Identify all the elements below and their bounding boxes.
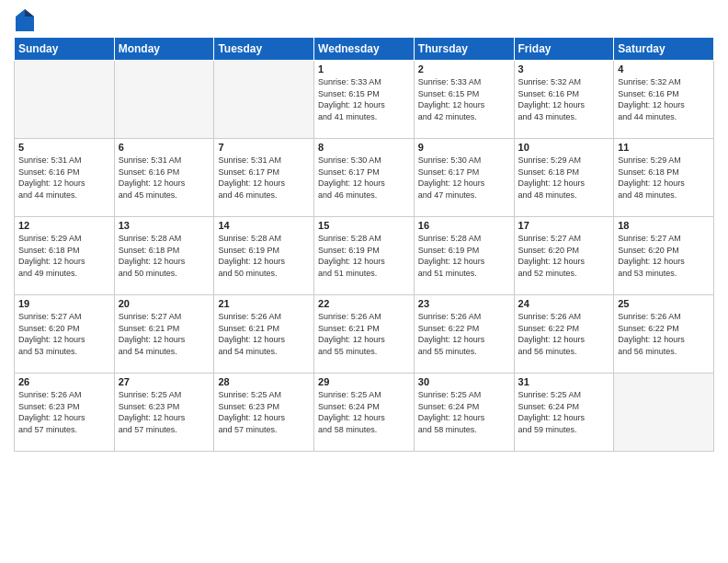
day-info: Sunrise: 5:28 AM Sunset: 6:19 PM Dayligh… [218,233,310,279]
day-info: Sunrise: 5:33 AM Sunset: 6:15 PM Dayligh… [318,76,410,122]
day-cell: 23Sunrise: 5:26 AM Sunset: 6:22 PM Dayli… [414,295,514,373]
week-row-3: 19Sunrise: 5:27 AM Sunset: 6:20 PM Dayli… [15,295,714,373]
day-number: 6 [119,142,210,153]
page: SundayMondayTuesdayWednesdayThursdayFrid… [0,0,728,563]
day-info: Sunrise: 5:27 AM Sunset: 6:20 PM Dayligh… [18,311,110,357]
day-cell: 14Sunrise: 5:28 AM Sunset: 6:19 PM Dayli… [214,217,314,295]
day-cell: 24Sunrise: 5:26 AM Sunset: 6:22 PM Dayli… [514,295,614,373]
day-info: Sunrise: 5:31 AM Sunset: 6:16 PM Dayligh… [119,155,210,201]
day-number: 22 [318,298,410,309]
day-cell: 20Sunrise: 5:27 AM Sunset: 6:21 PM Dayli… [114,295,214,373]
day-number: 5 [18,142,110,153]
day-cell: 15Sunrise: 5:28 AM Sunset: 6:19 PM Dayli… [314,217,415,295]
day-number: 8 [318,142,410,153]
day-cell: 10Sunrise: 5:29 AM Sunset: 6:18 PM Dayli… [514,139,614,217]
week-row-1: 5Sunrise: 5:31 AM Sunset: 6:16 PM Daylig… [15,139,714,217]
day-info: Sunrise: 5:30 AM Sunset: 6:17 PM Dayligh… [318,155,410,201]
day-cell [15,61,115,139]
day-info: Sunrise: 5:28 AM Sunset: 6:19 PM Dayligh… [318,233,410,279]
day-info: Sunrise: 5:25 AM Sunset: 6:23 PM Dayligh… [218,389,310,435]
day-number: 17 [518,220,610,231]
day-number: 21 [218,298,310,309]
day-number: 20 [119,298,210,309]
day-cell: 27Sunrise: 5:25 AM Sunset: 6:23 PM Dayli… [114,373,214,452]
week-row-2: 12Sunrise: 5:29 AM Sunset: 6:18 PM Dayli… [15,217,714,295]
day-cell: 28Sunrise: 5:25 AM Sunset: 6:23 PM Dayli… [214,373,314,452]
day-info: Sunrise: 5:30 AM Sunset: 6:17 PM Dayligh… [418,155,510,201]
weekday-header-saturday: Saturday [614,38,714,61]
day-info: Sunrise: 5:26 AM Sunset: 6:23 PM Dayligh… [18,389,110,435]
day-number: 13 [119,220,210,231]
day-cell: 30Sunrise: 5:25 AM Sunset: 6:24 PM Dayli… [414,373,514,452]
day-number: 19 [18,298,110,309]
day-cell [214,61,314,139]
day-info: Sunrise: 5:26 AM Sunset: 6:22 PM Dayligh… [518,311,610,357]
day-cell: 16Sunrise: 5:28 AM Sunset: 6:19 PM Dayli… [414,217,514,295]
day-cell: 19Sunrise: 5:27 AM Sunset: 6:20 PM Dayli… [15,295,115,373]
day-number: 11 [618,142,710,153]
header [14,9,714,31]
day-info: Sunrise: 5:29 AM Sunset: 6:18 PM Dayligh… [518,155,610,201]
day-info: Sunrise: 5:25 AM Sunset: 6:23 PM Dayligh… [119,389,210,435]
day-cell: 21Sunrise: 5:26 AM Sunset: 6:21 PM Dayli… [214,295,314,373]
day-cell: 13Sunrise: 5:28 AM Sunset: 6:18 PM Dayli… [114,217,214,295]
day-number: 26 [18,376,110,387]
weekday-header-thursday: Thursday [414,38,514,61]
day-number: 25 [618,298,710,309]
day-number: 30 [418,376,510,387]
day-info: Sunrise: 5:26 AM Sunset: 6:21 PM Dayligh… [318,311,410,357]
weekday-header-tuesday: Tuesday [214,38,314,61]
day-info: Sunrise: 5:31 AM Sunset: 6:16 PM Dayligh… [18,155,110,201]
weekday-header-monday: Monday [114,38,214,61]
calendar: SundayMondayTuesdayWednesdayThursdayFrid… [14,37,714,452]
day-cell [614,373,714,452]
day-number: 4 [618,63,710,75]
day-cell: 3Sunrise: 5:32 AM Sunset: 6:16 PM Daylig… [514,61,614,139]
day-info: Sunrise: 5:27 AM Sunset: 6:20 PM Dayligh… [518,233,610,279]
day-cell: 29Sunrise: 5:25 AM Sunset: 6:24 PM Dayli… [314,373,415,452]
weekday-header-friday: Friday [514,38,614,61]
day-info: Sunrise: 5:26 AM Sunset: 6:21 PM Dayligh… [218,311,310,357]
day-cell: 1Sunrise: 5:33 AM Sunset: 6:15 PM Daylig… [314,61,415,139]
weekday-header-wednesday: Wednesday [314,38,415,61]
day-info: Sunrise: 5:32 AM Sunset: 6:16 PM Dayligh… [518,76,610,122]
day-info: Sunrise: 5:29 AM Sunset: 6:18 PM Dayligh… [18,233,110,279]
day-number: 16 [418,220,510,231]
day-info: Sunrise: 5:28 AM Sunset: 6:18 PM Dayligh… [119,233,210,279]
day-info: Sunrise: 5:31 AM Sunset: 6:17 PM Dayligh… [218,155,310,201]
day-cell: 31Sunrise: 5:25 AM Sunset: 6:24 PM Dayli… [514,373,614,452]
logo-icon [16,9,34,31]
day-info: Sunrise: 5:26 AM Sunset: 6:22 PM Dayligh… [418,311,510,357]
day-number: 12 [18,220,110,231]
day-cell: 22Sunrise: 5:26 AM Sunset: 6:21 PM Dayli… [314,295,415,373]
weekday-header-sunday: Sunday [15,38,115,61]
week-row-4: 26Sunrise: 5:26 AM Sunset: 6:23 PM Dayli… [15,373,714,452]
day-info: Sunrise: 5:27 AM Sunset: 6:21 PM Dayligh… [119,311,210,357]
day-info: Sunrise: 5:33 AM Sunset: 6:15 PM Dayligh… [418,76,510,122]
day-info: Sunrise: 5:25 AM Sunset: 6:24 PM Dayligh… [418,389,510,435]
day-number: 2 [418,63,510,75]
day-cell: 11Sunrise: 5:29 AM Sunset: 6:18 PM Dayli… [614,139,714,217]
weekday-header-row: SundayMondayTuesdayWednesdayThursdayFrid… [15,38,714,61]
svg-marker-1 [25,9,34,17]
day-cell: 17Sunrise: 5:27 AM Sunset: 6:20 PM Dayli… [514,217,614,295]
day-cell: 18Sunrise: 5:27 AM Sunset: 6:20 PM Dayli… [614,217,714,295]
day-cell: 6Sunrise: 5:31 AM Sunset: 6:16 PM Daylig… [114,139,214,217]
logo [14,9,34,31]
day-number: 10 [518,142,610,153]
day-cell: 7Sunrise: 5:31 AM Sunset: 6:17 PM Daylig… [214,139,314,217]
day-cell: 25Sunrise: 5:26 AM Sunset: 6:22 PM Dayli… [614,295,714,373]
day-number: 27 [119,376,210,387]
day-number: 15 [318,220,410,231]
day-number: 28 [218,376,310,387]
day-cell: 5Sunrise: 5:31 AM Sunset: 6:16 PM Daylig… [15,139,115,217]
day-info: Sunrise: 5:32 AM Sunset: 6:16 PM Dayligh… [618,76,710,122]
day-number: 18 [618,220,710,231]
day-number: 3 [518,63,610,75]
week-row-0: 1Sunrise: 5:33 AM Sunset: 6:15 PM Daylig… [15,61,714,139]
day-cell: 9Sunrise: 5:30 AM Sunset: 6:17 PM Daylig… [414,139,514,217]
day-cell: 4Sunrise: 5:32 AM Sunset: 6:16 PM Daylig… [614,61,714,139]
day-number: 29 [318,376,410,387]
day-info: Sunrise: 5:27 AM Sunset: 6:20 PM Dayligh… [618,233,710,279]
day-info: Sunrise: 5:29 AM Sunset: 6:18 PM Dayligh… [618,155,710,201]
